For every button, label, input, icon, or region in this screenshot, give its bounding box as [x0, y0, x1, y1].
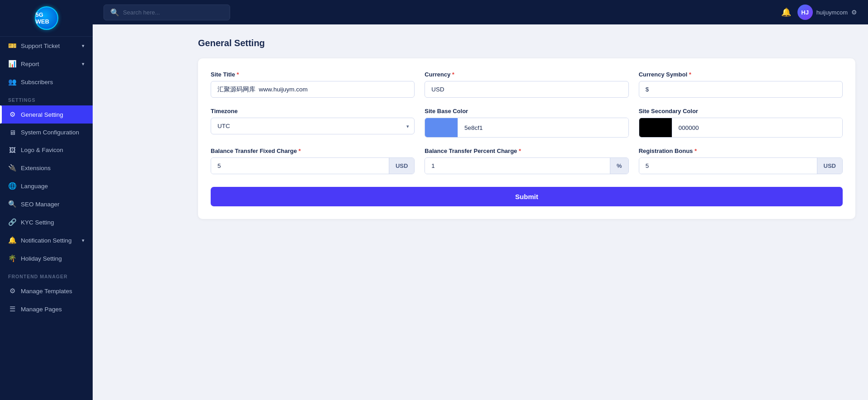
general-setting-icon: ⚙	[8, 110, 16, 119]
language-icon: 🌐	[8, 182, 16, 190]
balance-percent-addon: %	[610, 158, 628, 174]
site-title-label: Site Title *	[211, 71, 415, 78]
avatar: HJ	[797, 5, 813, 20]
balance-fixed-input-wrap: USD	[211, 157, 415, 174]
registration-bonus-group: Registration Bonus * USD	[639, 148, 843, 174]
sidebar-logo: 5G WEB	[0, 0, 93, 37]
sidebar-item-kyc-setting[interactable]: 🔗 KYC Setting	[0, 213, 93, 231]
chevron-icon: ▾	[82, 43, 85, 49]
search-input[interactable]	[123, 9, 223, 16]
general-setting-form: Site Title * Currency * Currency Symbol …	[198, 58, 855, 219]
balance-fixed-input[interactable]	[211, 158, 389, 174]
username-label: huijuymcom	[816, 9, 848, 16]
currency-group: Currency *	[425, 71, 628, 98]
sidebar-item-logo-favicon[interactable]: 🖼 Logo & Favicon	[0, 141, 93, 159]
system-config-icon: 🖥	[8, 129, 16, 136]
templates-icon: ⚙	[8, 287, 16, 295]
balance-fixed-label: Balance Transfer Fixed Charge *	[211, 148, 415, 154]
settings-section-label: SETTINGS	[0, 91, 93, 105]
notification-icon: 🔔	[8, 236, 16, 244]
logo-icon: 5G WEB	[35, 6, 58, 30]
currency-symbol-label: Currency Symbol *	[639, 71, 843, 78]
site-base-color-wrap	[425, 118, 628, 138]
chevron-icon: ▾	[82, 61, 85, 67]
seo-icon: 🔍	[8, 200, 16, 208]
sidebar-item-holiday-setting[interactable]: 🌴 Holiday Setting	[0, 249, 93, 267]
search-box[interactable]: 🔍	[104, 5, 230, 20]
sidebar-item-general-setting[interactable]: ⚙ General Setting	[0, 105, 93, 124]
site-title-group: Site Title *	[211, 71, 415, 98]
balance-percent-group: Balance Transfer Percent Charge * %	[425, 148, 628, 174]
site-secondary-color-swatch[interactable]	[639, 118, 672, 137]
sidebar-nav: 🎫 Support Ticket ▾ 📊 Report ▾ 👥 Subscrib…	[0, 37, 93, 400]
site-base-color-input[interactable]	[458, 118, 628, 137]
extensions-icon: 🔌	[8, 164, 16, 172]
subscribers-icon: 👥	[8, 78, 16, 86]
timezone-select-wrap: UTC America/New_York Europe/London Asia/…	[211, 118, 415, 134]
site-base-color-swatch[interactable]	[425, 118, 458, 137]
form-row-3: Balance Transfer Fixed Charge * USD Bala…	[211, 148, 843, 174]
sidebar-item-manage-pages[interactable]: ☰ Manage Pages	[0, 300, 93, 318]
balance-percent-input[interactable]	[425, 158, 610, 174]
balance-fixed-addon: USD	[389, 158, 414, 174]
sidebar-item-support-ticket[interactable]: 🎫 Support Ticket ▾	[0, 37, 93, 55]
sidebar-item-seo-manager[interactable]: 🔍 SEO Manager	[0, 195, 93, 213]
registration-bonus-input[interactable]	[639, 158, 817, 174]
registration-bonus-addon: USD	[817, 158, 842, 174]
chevron-icon: ▾	[82, 238, 85, 243]
site-base-color-label: Site Base Color	[425, 108, 628, 114]
currency-input[interactable]	[425, 81, 628, 98]
sidebar-item-subscribers[interactable]: 👥 Subscribers	[0, 73, 93, 91]
sidebar-item-notification-setting[interactable]: 🔔 Notification Setting ▾	[0, 231, 93, 249]
search-icon: 🔍	[110, 8, 119, 17]
currency-symbol-group: Currency Symbol *	[639, 71, 843, 98]
site-base-color-group: Site Base Color	[425, 108, 628, 138]
currency-label: Currency *	[425, 71, 628, 78]
form-row-1: Site Title * Currency * Currency Symbol …	[211, 71, 843, 98]
site-secondary-color-label: Site Secondary Color	[639, 108, 843, 114]
site-secondary-color-input[interactable]	[672, 118, 842, 137]
sidebar-item-report[interactable]: 📊 Report ▾	[0, 55, 93, 73]
sidebar: 5G WEB 🎫 Support Ticket ▾ 📊 Report ▾ 👥 S…	[0, 0, 93, 400]
gear-icon: ⚙	[851, 9, 857, 16]
timezone-group: Timezone UTC America/New_York Europe/Lon…	[211, 108, 415, 138]
site-secondary-color-wrap	[639, 118, 843, 138]
balance-fixed-group: Balance Transfer Fixed Charge * USD	[211, 148, 415, 174]
timezone-select[interactable]: UTC America/New_York Europe/London Asia/…	[211, 118, 415, 134]
main-content: General Setting Site Title * Currency * …	[185, 24, 868, 400]
page-title: General Setting	[198, 38, 855, 48]
kyc-icon: 🔗	[8, 218, 16, 226]
report-icon: 📊	[8, 60, 16, 68]
registration-bonus-input-wrap: USD	[639, 157, 843, 174]
pages-icon: ☰	[8, 305, 16, 313]
balance-percent-label: Balance Transfer Percent Charge *	[425, 148, 628, 154]
registration-bonus-label: Registration Bonus *	[639, 148, 843, 154]
site-secondary-color-group: Site Secondary Color	[639, 108, 843, 138]
logo-favicon-icon: 🖼	[8, 146, 16, 154]
avatar-area[interactable]: HJ huijuymcom ⚙	[797, 5, 857, 20]
holiday-icon: 🌴	[8, 254, 16, 262]
currency-symbol-input[interactable]	[639, 81, 843, 98]
notification-bell-icon[interactable]: 🔔	[781, 7, 791, 17]
balance-percent-input-wrap: %	[425, 157, 628, 174]
form-row-2: Timezone UTC America/New_York Europe/Lon…	[211, 108, 843, 138]
frontend-section-label: FRONTEND MANAGER	[0, 267, 93, 282]
sidebar-item-manage-templates[interactable]: ⚙ Manage Templates	[0, 282, 93, 300]
sidebar-item-language[interactable]: 🌐 Language	[0, 177, 93, 195]
submit-button[interactable]: Submit	[211, 187, 843, 206]
sidebar-item-system-configuration[interactable]: 🖥 System Configuration	[0, 124, 93, 141]
topbar: 🔍 🔔 HJ huijuymcom ⚙	[93, 0, 868, 24]
topbar-right: 🔔 HJ huijuymcom ⚙	[781, 5, 857, 20]
sidebar-item-extensions[interactable]: 🔌 Extensions	[0, 159, 93, 177]
timezone-label: Timezone	[211, 108, 415, 114]
site-title-input[interactable]	[211, 81, 415, 98]
ticket-icon: 🎫	[8, 42, 16, 50]
